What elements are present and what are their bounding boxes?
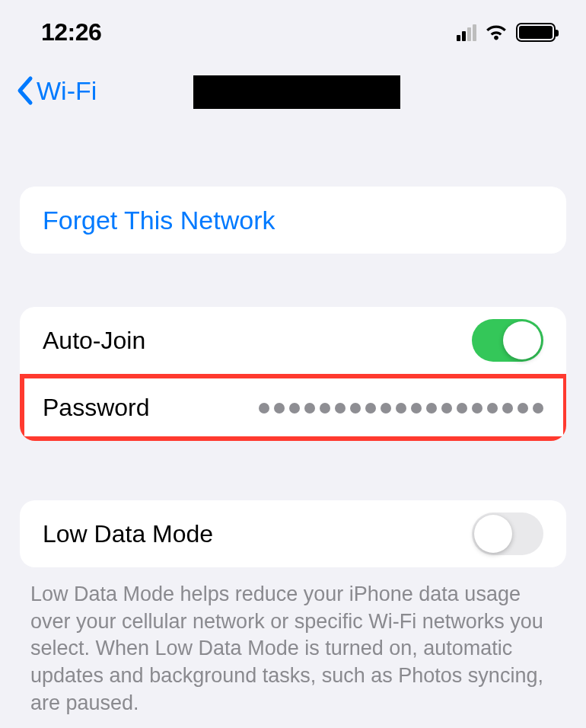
password-masked-value (259, 403, 543, 413)
status-icons (457, 23, 556, 42)
low-data-section: Low Data Mode (20, 500, 566, 567)
forget-network-button[interactable]: Forget This Network (20, 187, 566, 254)
low-data-label: Low Data Mode (43, 520, 213, 548)
wifi-icon (484, 24, 508, 42)
auto-join-toggle[interactable] (472, 319, 543, 362)
forget-section: Forget This Network (20, 187, 566, 254)
low-data-toggle[interactable] (472, 512, 543, 555)
forget-network-label: Forget This Network (43, 206, 275, 235)
back-label: Wi-Fi (37, 76, 97, 106)
back-button[interactable]: Wi-Fi (15, 75, 97, 106)
chevron-left-icon (15, 75, 35, 106)
low-data-description: Low Data Mode helps reduce your iPhone d… (30, 581, 556, 717)
join-section: Auto-Join Password (20, 307, 566, 441)
cellular-signal-icon (457, 24, 476, 41)
status-bar: 12:26 (0, 0, 586, 54)
battery-icon (516, 23, 556, 42)
password-row[interactable]: Password (20, 374, 566, 441)
auto-join-label: Auto-Join (43, 327, 145, 355)
status-time: 12:26 (41, 18, 101, 46)
password-label: Password (43, 394, 150, 422)
auto-join-row: Auto-Join (20, 307, 566, 374)
nav-bar: Wi-Fi (0, 54, 586, 113)
network-name-redacted (193, 75, 400, 109)
low-data-row: Low Data Mode (20, 500, 566, 567)
